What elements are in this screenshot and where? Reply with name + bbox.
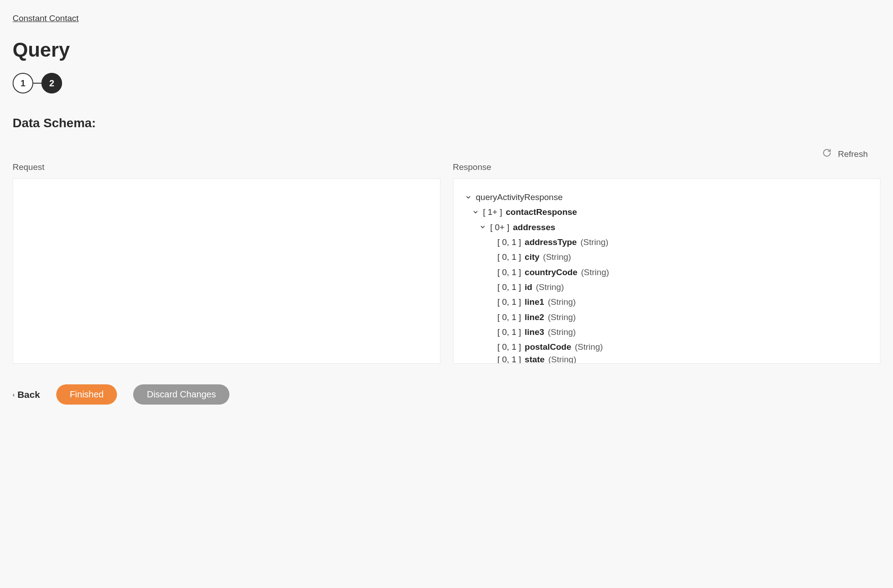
- field-name: city: [525, 250, 539, 264]
- tree-label: queryActivityResponse: [476, 190, 563, 204]
- tree-leaf[interactable]: [ 0, 1 ] line1 (String): [462, 294, 872, 309]
- refresh-button[interactable]: Refresh: [822, 148, 868, 160]
- response-tree: queryActivityResponse [ 1+ ] contactResp…: [453, 179, 880, 364]
- tree-leaf[interactable]: [ 0, 1 ] id (String): [462, 280, 872, 294]
- field-type: (String): [575, 340, 603, 354]
- step-1[interactable]: 1: [13, 73, 33, 94]
- refresh-icon: [822, 148, 831, 160]
- field-type: (String): [543, 250, 571, 264]
- field-type: (String): [548, 310, 576, 324]
- step-2[interactable]: 2: [41, 73, 62, 94]
- chevron-down-icon[interactable]: [465, 194, 472, 200]
- cardinality: [ 1+ ]: [483, 205, 503, 219]
- tree-node-root[interactable]: queryActivityResponse: [462, 190, 872, 205]
- field-type: (String): [548, 295, 576, 309]
- field-name: postalCode: [525, 340, 571, 354]
- cardinality: [ 0, 1 ]: [498, 340, 521, 354]
- tree-leaf[interactable]: [ 0, 1 ] city (String): [462, 249, 872, 264]
- field-name: line1: [525, 295, 544, 309]
- request-label: Request: [13, 162, 440, 172]
- field-name: line3: [525, 325, 544, 339]
- section-title: Data Schema:: [13, 116, 880, 130]
- cardinality: [ 0, 1 ]: [498, 310, 521, 324]
- cardinality: [ 0, 1 ]: [498, 325, 521, 339]
- finished-button[interactable]: Finished: [56, 384, 117, 405]
- tree-node-contactresponse[interactable]: [ 1+ ] contactResponse: [462, 205, 872, 219]
- chevron-down-icon[interactable]: [472, 209, 480, 215]
- field-name: addresses: [513, 220, 555, 234]
- field-name: countryCode: [525, 265, 577, 279]
- step-connector: [33, 83, 41, 84]
- field-type: (String): [580, 235, 608, 249]
- cardinality: [ 0+ ]: [490, 220, 510, 234]
- field-name: id: [525, 280, 532, 294]
- stepper: 1 2: [13, 73, 880, 94]
- cardinality: [ 0, 1 ]: [498, 280, 521, 294]
- field-name: contactResponse: [506, 205, 577, 219]
- chevron-left-icon: ‹: [13, 391, 15, 398]
- page-title: Query: [13, 39, 880, 61]
- discard-button[interactable]: Discard Changes: [133, 384, 229, 405]
- refresh-label: Refresh: [838, 149, 868, 159]
- tree-node-addresses[interactable]: [ 0+ ] addresses: [462, 220, 872, 235]
- tree-leaf[interactable]: [ 0, 1 ] line3 (String): [462, 325, 872, 339]
- response-label: Response: [453, 162, 881, 172]
- tree-leaf[interactable]: [ 0, 1 ] postalCode (String): [462, 339, 872, 354]
- field-type: (String): [581, 265, 609, 279]
- cardinality: [ 0, 1 ]: [498, 355, 521, 364]
- chevron-down-icon[interactable]: [480, 224, 487, 230]
- cardinality: [ 0, 1 ]: [498, 250, 521, 264]
- tree-leaf[interactable]: [ 0, 1 ] countryCode (String): [462, 265, 872, 280]
- field-type: (String): [548, 325, 576, 339]
- field-name: addressType: [525, 235, 577, 249]
- tree-leaf[interactable]: [ 0, 1 ] line2 (String): [462, 310, 872, 325]
- field-type: (String): [548, 355, 576, 364]
- cardinality: [ 0, 1 ]: [498, 235, 521, 249]
- cardinality: [ 0, 1 ]: [498, 295, 521, 309]
- cardinality: [ 0, 1 ]: [498, 265, 521, 279]
- breadcrumb-link[interactable]: Constant Contact: [13, 13, 79, 23]
- back-button[interactable]: ‹ Back: [13, 389, 40, 400]
- response-panel: queryActivityResponse [ 1+ ] contactResp…: [453, 178, 881, 364]
- field-name: state: [525, 355, 544, 364]
- field-type: (String): [536, 280, 564, 294]
- request-panel: [13, 178, 440, 364]
- field-name: line2: [525, 310, 544, 324]
- back-label: Back: [18, 389, 40, 400]
- tree-leaf[interactable]: [ 0, 1 ] addressType (String): [462, 235, 872, 249]
- tree-leaf[interactable]: [ 0, 1 ] state (String): [462, 355, 872, 364]
